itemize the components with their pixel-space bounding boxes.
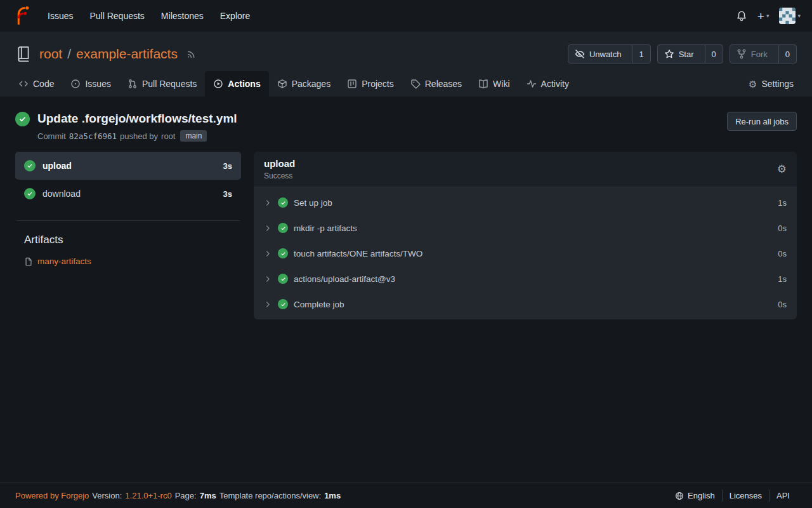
tab-actions[interactable]: Actions xyxy=(205,71,268,97)
tab-wiki[interactable]: Wiki xyxy=(470,71,518,97)
package-icon xyxy=(277,79,287,89)
chevron-right-icon xyxy=(264,250,272,258)
step-success-icon xyxy=(278,223,288,233)
chevron-right-icon xyxy=(264,199,272,207)
code-icon xyxy=(18,79,29,89)
repo-name-link[interactable]: example-artifacts xyxy=(76,46,178,62)
job-status: Success xyxy=(264,171,295,180)
step-duration: 1s xyxy=(778,198,787,208)
tab-issues[interactable]: Issues xyxy=(62,71,119,97)
step-success-icon xyxy=(278,299,288,309)
avatar xyxy=(779,8,796,24)
repo-title-row: root / example-artifacts Unwatch 1 xyxy=(0,42,812,64)
forgejo-logo-icon xyxy=(11,6,30,25)
repo-separator: / xyxy=(67,46,71,62)
user-menu-button[interactable]: ▾ xyxy=(779,8,801,24)
step-row[interactable]: actions/upload-artifact@v3 1s xyxy=(254,266,797,291)
run-title: Update .forgejo/workflows/test.yml xyxy=(37,112,237,126)
tab-label: Packages xyxy=(292,79,331,89)
step-success-icon xyxy=(278,274,288,284)
watchers-count[interactable]: 1 xyxy=(632,45,650,63)
tab-releases[interactable]: Releases xyxy=(402,71,470,97)
forks-count[interactable]: 0 xyxy=(778,45,796,63)
tab-label: Issues xyxy=(85,79,110,89)
chevron-right-icon xyxy=(264,224,272,232)
pusher-link[interactable]: root xyxy=(161,131,175,141)
projects-icon xyxy=(347,79,357,89)
commit-sha-link[interactable]: 82a5cf6961 xyxy=(69,131,117,141)
job-item-upload[interactable]: upload 3s xyxy=(15,152,241,180)
rss-icon[interactable] xyxy=(187,49,197,59)
book-icon xyxy=(478,79,488,89)
nav-milestones[interactable]: Milestones xyxy=(153,6,212,26)
run-body: upload 3s download 3s Artifacts many-art… xyxy=(15,152,797,319)
tab-projects[interactable]: Projects xyxy=(339,71,402,97)
step-row[interactable]: mkdir -p artifacts 0s xyxy=(254,215,797,241)
repo-tabs: Code Issues Pull Requests Actions Packag… xyxy=(0,71,812,97)
star-button[interactable]: Star 0 xyxy=(657,44,723,64)
create-menu-button[interactable]: + ▾ xyxy=(757,10,769,22)
step-duration: 0s xyxy=(778,300,787,309)
identicon xyxy=(779,8,796,24)
tab-activity[interactable]: Activity xyxy=(518,71,577,97)
rerun-all-jobs-button[interactable]: Re-run all jobs xyxy=(727,112,797,131)
steps-list: Set up job 1s mkdir -p artifacts 0s touc… xyxy=(254,187,797,319)
version-label: Version: xyxy=(92,491,122,500)
tab-code[interactable]: Code xyxy=(10,71,62,97)
stars-count[interactable]: 0 xyxy=(705,45,723,63)
tab-label: Code xyxy=(33,79,54,89)
nav-explore[interactable]: Explore xyxy=(212,6,258,26)
version-link[interactable]: 1.21.0+1-rc0 xyxy=(125,491,171,500)
powered-by-link[interactable]: Powered by Forgejo xyxy=(15,491,89,500)
step-duration: 0s xyxy=(778,224,787,233)
step-name: mkdir -p artifacts xyxy=(294,224,357,233)
unwatch-label: Unwatch xyxy=(589,50,628,59)
job-panel-title-block: upload Success xyxy=(264,158,295,180)
step-name: actions/upload-artifact@v3 xyxy=(294,274,395,284)
tab-label: Activity xyxy=(541,79,569,89)
repo-owner-link[interactable]: root xyxy=(39,46,62,62)
commit-line: Commit 82a5cf6961 pushed by root main xyxy=(37,130,237,142)
tab-packages[interactable]: Packages xyxy=(269,71,339,97)
step-row[interactable]: touch artifacts/ONE artifacts/TWO 0s xyxy=(254,241,797,266)
tab-label: Projects xyxy=(362,79,394,89)
repository-icon xyxy=(15,46,32,62)
step-success-icon xyxy=(278,197,288,208)
branch-badge[interactable]: main xyxy=(180,130,207,142)
step-name: Complete job xyxy=(294,300,344,309)
step-row[interactable]: Complete job 0s xyxy=(254,291,797,317)
run-header: Update .forgejo/workflows/test.yml Commi… xyxy=(15,107,797,152)
nav-pull-requests[interactable]: Pull Requests xyxy=(81,6,152,26)
job-success-icon xyxy=(24,160,36,171)
artifacts-heading: Artifacts xyxy=(24,234,232,246)
file-icon xyxy=(24,257,33,266)
star-icon xyxy=(664,49,674,59)
footer-left: Powered by Forgejo Version: 1.21.0+1-rc0… xyxy=(15,491,341,500)
artifact-download-link[interactable]: many-artifacts xyxy=(37,257,91,266)
star-label: Star xyxy=(679,50,700,59)
fork-label: Fork xyxy=(751,50,774,59)
tab-label: Pull Requests xyxy=(142,79,197,89)
activity-pulse-icon xyxy=(527,79,537,89)
job-item-download[interactable]: download 3s xyxy=(15,180,241,208)
job-options-gear-icon[interactable]: ⚙ xyxy=(777,164,787,175)
nav-issues[interactable]: Issues xyxy=(39,6,81,26)
job-name: download xyxy=(43,189,81,199)
fork-button[interactable]: Fork 0 xyxy=(730,44,797,64)
licenses-link[interactable]: Licenses xyxy=(722,490,769,502)
forgejo-logo[interactable] xyxy=(11,6,30,25)
job-duration: 3s xyxy=(223,161,232,171)
unwatch-button[interactable]: Unwatch 1 xyxy=(568,44,651,64)
caret-down-icon: ▾ xyxy=(766,13,769,19)
tab-settings[interactable]: ⚙ Settings xyxy=(740,71,802,97)
tab-pull-requests[interactable]: Pull Requests xyxy=(119,71,205,97)
language-selector[interactable]: English xyxy=(668,490,722,502)
notifications-button[interactable] xyxy=(736,10,747,22)
jobs-sidebar: upload 3s download 3s Artifacts many-art… xyxy=(15,152,241,266)
tab-label: Actions xyxy=(228,79,260,89)
api-link[interactable]: API xyxy=(769,490,797,502)
step-success-icon xyxy=(278,248,288,258)
step-row[interactable]: Set up job 1s xyxy=(254,190,797,215)
repo-header: root / example-artifacts Unwatch 1 xyxy=(0,32,812,97)
page-time-value: 7ms xyxy=(200,491,216,500)
